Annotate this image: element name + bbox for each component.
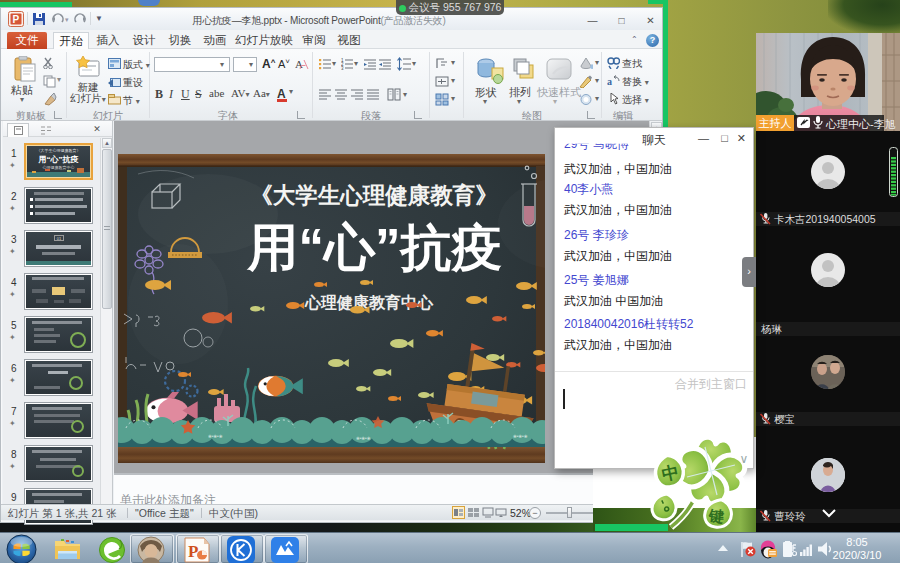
svg-text:3: 3 [341, 66, 344, 70]
svg-text:❀•❀•❀: ❀•❀•❀ [356, 436, 371, 441]
svg-text:a: a [607, 76, 612, 87]
svg-text:P: P [13, 14, 20, 25]
svg-text:《大学生心理健康教育》: 《大学生心理健康教育》 [250, 182, 498, 208]
svg-text:键: 键 [707, 506, 725, 525]
svg-text:A: A [295, 58, 303, 70]
svg-text:❀•❀•❀: ❀•❀•❀ [208, 434, 223, 439]
svg-text:❀•❀•❀: ❀•❀•❀ [513, 434, 528, 439]
svg-text:P: P [188, 542, 198, 561]
svg-text:用“心”抗疫: 用“心”抗疫 [247, 219, 503, 276]
